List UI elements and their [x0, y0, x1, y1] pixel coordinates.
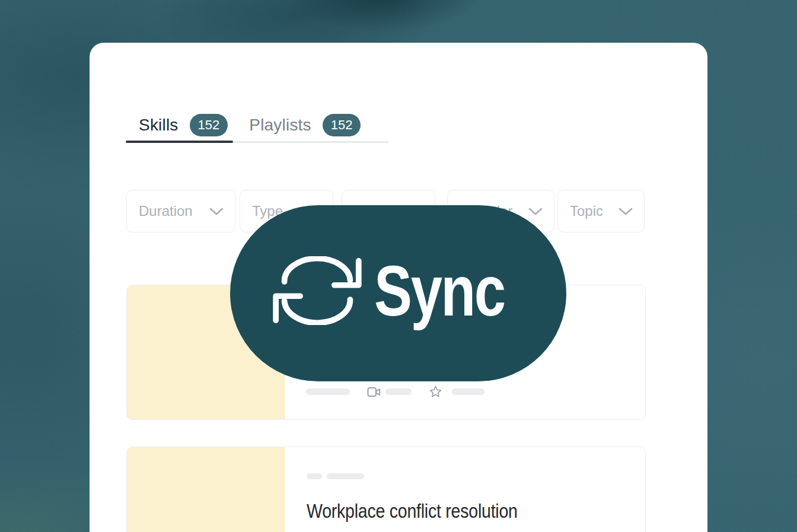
sync-button-label: Sync [374, 255, 505, 326]
tab-playlists-label: Playlists [249, 116, 311, 135]
chevron-down-icon [619, 208, 633, 215]
tab-bar: Skills 152 Playlists 152 [139, 113, 361, 137]
tab-skills[interactable]: Skills 152 [139, 114, 228, 136]
skeleton-bar [452, 388, 484, 395]
item-meta-row [306, 387, 638, 397]
video-camera-icon [367, 387, 381, 397]
active-tab-underline [126, 141, 233, 143]
star-icon [429, 385, 442, 399]
filter-topic-label: Topic [570, 203, 603, 219]
skeleton-bar [307, 473, 322, 479]
tab-playlists[interactable]: Playlists 152 [249, 114, 361, 136]
filter-duration[interactable]: Duration [126, 190, 235, 232]
filter-topic[interactable]: Topic [557, 190, 645, 232]
item-thumbnail [127, 447, 285, 532]
filter-duration-label: Duration [139, 203, 193, 219]
item-title: Workplace conflict resolution [307, 499, 518, 523]
list-item[interactable]: Workplace conflict resolution [126, 447, 646, 532]
tab-skills-label: Skills [139, 116, 178, 135]
tab-bar-divider [233, 141, 388, 143]
sync-button[interactable]: Sync [230, 205, 566, 381]
playlists-count-badge: 152 [323, 114, 361, 136]
skeleton-bar [327, 473, 364, 479]
skeleton-bar [385, 388, 412, 395]
skeleton-bar [306, 388, 350, 395]
sync-icon [273, 256, 362, 325]
skills-count-badge: 152 [190, 114, 228, 136]
chevron-down-icon [528, 208, 543, 215]
chevron-down-icon [209, 208, 224, 215]
